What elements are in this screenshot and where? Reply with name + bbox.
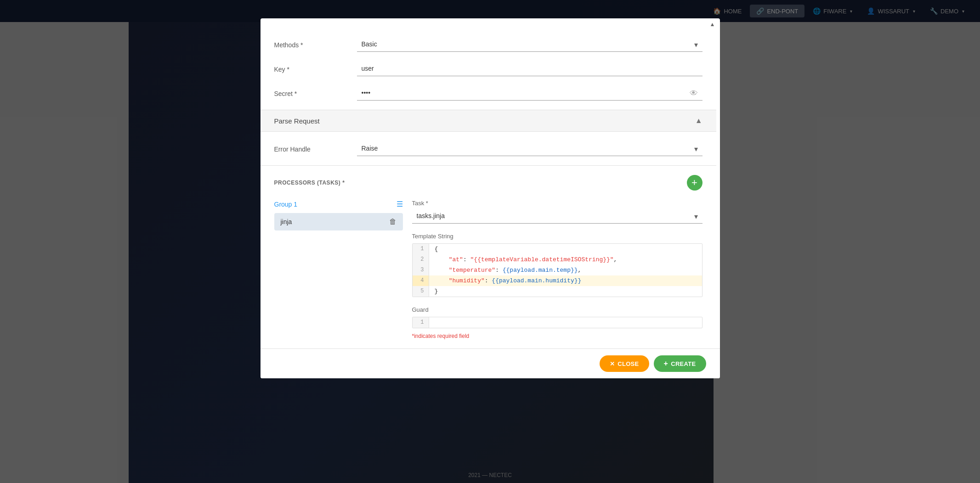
methods-control: Basic [357,37,702,52]
line-content-2: "at": "{{templateVariable.datetimeISOStr… [429,254,702,265]
hamburger-icon[interactable]: ☰ [397,200,403,208]
processors-header: PROCESSORS (TASKS) * + [274,175,702,191]
secret-wrapper: 👁 [357,85,702,101]
guard-line-1: 1 [413,317,702,328]
close-button[interactable]: ✕ CLOSE [600,355,649,372]
methods-row: Methods * Basic [274,37,702,52]
scroll-indicator: ▲ [261,18,720,28]
close-button-label: CLOSE [617,360,639,367]
template-string-editor[interactable]: 1 { 2 "at": "{{templateVariable.datetime… [412,243,702,297]
processors-section: PROCESSORS (TASKS) * + Group 1 ☰ jinja 🗑 [261,166,716,348]
code-line-2: 2 "at": "{{templateVariable.datetimeISOS… [413,254,702,265]
error-handle-row: Error Handle Raise [274,141,702,156]
code-line-1: 1 { [413,244,702,254]
code-line-4: 4 "humidity": {{payload.main.humidity}} [413,275,702,286]
guard-label: Guard [412,306,702,313]
task-select[interactable]: tasks.jinja [412,208,702,224]
key-label: Key * [274,61,357,73]
key-row: Key * [274,61,702,76]
key-control [357,61,702,76]
code-line-5: 5 } [413,286,702,297]
create-button[interactable]: + CREATE [654,355,706,372]
parse-request-section: Error Handle Raise [261,132,716,166]
guard-line-content-1 [429,317,702,328]
group1-header: Group 1 ☰ [274,200,403,208]
group1-name[interactable]: Group 1 [274,201,298,208]
guard-editor[interactable]: 1 [412,317,702,328]
error-handle-label: Error Handle [274,141,357,153]
line-num-1: 1 [413,244,429,254]
toggle-visibility-icon[interactable]: 👁 [690,88,698,98]
secret-row: Secret * 👁 [274,85,702,101]
secret-label: Secret * [274,85,357,97]
task-config-panel: Task * tasks.jinja Template String 1 { [412,200,702,339]
guard-line-num-1: 1 [413,317,429,328]
processors-title: PROCESSORS (TASKS) * [274,180,345,186]
line-num-3: 3 [413,265,429,275]
create-button-label: CREATE [671,360,696,367]
error-handle-select[interactable]: Raise [357,141,702,156]
code-line-3: 3 "temperature": {{payload.main.temp}}, [413,265,702,275]
line-content-1: { [429,244,702,254]
line-content-3: "temperature": {{payload.main.temp}}, [429,265,702,275]
add-processor-button[interactable]: + [687,175,702,191]
parse-request-header[interactable]: Parse Request ▲ [261,110,716,132]
error-handle-select-wrapper: Raise [357,141,702,156]
line-content-4: "humidity": {{payload.main.humidity}} [429,275,702,286]
jinja-item-label: jinja [281,218,389,225]
error-handle-control: Raise [357,141,702,156]
task-select-wrap: tasks.jinja [412,208,702,224]
groups-panel: Group 1 ☰ jinja 🗑 [274,200,403,339]
processors-content: Group 1 ☰ jinja 🗑 Task * [274,200,702,339]
line-num-2: 2 [413,254,429,265]
secret-control: 👁 [357,85,702,101]
create-plus-icon: + [664,359,668,368]
close-x-icon: ✕ [610,360,615,367]
delete-jinja-icon[interactable]: 🗑 [389,218,397,226]
task-dropdown-label: Task * [412,200,702,207]
modal-overlay: ▲ Methods * Basic Key * [0,0,980,483]
jinja-group-item[interactable]: jinja 🗑 [274,213,403,230]
parse-request-collapse-icon: ▲ [695,117,702,125]
modal-body: Methods * Basic Key * [261,28,720,348]
modal-footer: ✕ CLOSE + CREATE [261,348,720,378]
parse-request-title: Parse Request [274,117,320,125]
line-num-4: 4 [413,275,429,286]
line-num-5: 5 [413,286,429,297]
key-input[interactable] [357,61,702,76]
line-content-5: } [429,286,702,297]
required-note: *indicates required field [412,333,702,339]
methods-section: Methods * Basic Key * [261,28,716,110]
methods-select-wrapper: Basic [357,37,702,52]
methods-select[interactable]: Basic [357,37,702,52]
template-string-label: Template String [412,233,702,240]
modal-dialog: ▲ Methods * Basic Key * [261,18,720,378]
methods-label: Methods * [274,37,357,49]
secret-input[interactable] [357,85,702,101]
